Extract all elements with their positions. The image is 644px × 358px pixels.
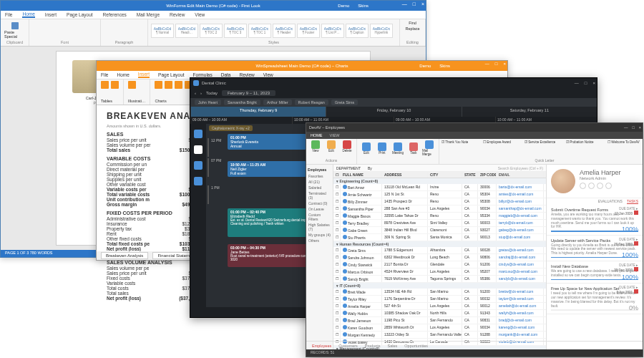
person-chip[interactable]: Greta Sims [331, 100, 358, 105]
task-card[interactable]: DUE DATE ▸30 Dec 2020Install New Databas… [547, 261, 643, 284]
nav-item[interactable]: Terminated (3) [308, 190, 331, 200]
nav-item[interactable]: On Leave [308, 206, 331, 212]
chart-icon[interactable] [155, 81, 162, 89]
pin-icon[interactable] [605, 183, 612, 189]
maximize-icon[interactable]: □ [413, 1, 416, 6]
demo-link[interactable]: Demo [419, 64, 431, 68]
tab-mailmerge[interactable]: Mail Merge [137, 12, 160, 17]
search-input[interactable]: Search Employees (Ctrl + F) [498, 166, 543, 170]
tab-file[interactable]: File [101, 72, 108, 77]
find-button[interactable]: Find [409, 21, 416, 25]
ribbon-probation-notice-button[interactable]: ☑ Probation Notice [566, 140, 606, 144]
close-icon[interactable]: × [639, 125, 641, 130]
nav-item[interactable]: My groups (4) [308, 232, 331, 238]
ribbon-meeting-button[interactable]: Meeting [391, 142, 405, 155]
tab-evaluations[interactable]: EVALUATIONS [598, 199, 623, 204]
table-row[interactable]: ☐Greta Sims1788 S EdgemontAlhambraCA9002… [333, 247, 546, 254]
table-row[interactable]: ☐Arnie Schwartz125 N 1st StRenoCA95304ar… [333, 191, 546, 198]
person-chip[interactable]: Arthur Miller [263, 100, 292, 105]
nav-item[interactable]: Salaried [308, 185, 331, 190]
close-icon[interactable]: × [421, 1, 424, 6]
tab-home[interactable]: Home [117, 72, 129, 77]
table-row[interactable]: ☐Samantha Piper288 San Ave #3Los Angeles… [333, 205, 546, 213]
style-preset[interactable]: AaBbCcDd¶ Normal [151, 24, 174, 38]
skins-link[interactable]: Skins [358, 4, 369, 8]
task-card[interactable]: DUE DATE ▸8 Apr 2021Free Up Space for Ne… [547, 284, 643, 314]
style-preset[interactable]: AaBbCcDdHeadi… [175, 24, 198, 38]
tab-view[interactable]: View [195, 12, 205, 17]
ribbon-new-button[interactable]: New [308, 140, 323, 153]
nav-item[interactable]: Favorites [308, 173, 331, 179]
group-row[interactable]: ▾ Human Resources (Count=4) [333, 241, 546, 247]
tab-home[interactable]: HOME [311, 133, 323, 137]
table-row[interactable]: ☐Sandy Bright7619 McKinney AveTagoma Spr… [333, 276, 546, 283]
style-preset[interactable]: AaBbCcDc¶ TOC 1 [248, 24, 271, 38]
ribbon-service-excellence-button[interactable]: ☑ Service Excellence [525, 140, 565, 144]
tab-sales[interactable]: Sales [388, 344, 398, 348]
crm-titlebar[interactable]: DevAV – Employees —□× [306, 123, 643, 132]
ribbon-task-button[interactable]: Task [406, 142, 421, 155]
table-row[interactable]: ☐Sandra Johnson6302 Westbrook DrLong Bea… [333, 254, 546, 261]
col-address[interactable]: ADDRESS [382, 172, 428, 178]
style-preset[interactable]: AaBbCcDc¶ TOC 3 [224, 24, 247, 38]
table-row[interactable]: ☐Karen Goodson2859 Whitworth DrLos Angel… [333, 324, 546, 332]
group-row[interactable]: ▾ Engineering (Count=8) [333, 178, 546, 184]
today-button[interactable]: Today [206, 91, 218, 95]
chart-icon[interactable] [175, 81, 182, 89]
minimize-icon[interactable]: — [485, 62, 489, 66]
data-grid[interactable]: DEPARTMENT By Search Employees (Ctrl + F… [333, 165, 546, 349]
tab-view[interactable]: View [263, 72, 273, 77]
mail-icon[interactable] [588, 183, 595, 189]
table-row[interactable]: ☐Maggie Baxos33595 Lake Tahoe DrRenoCA95… [333, 213, 546, 220]
close-icon[interactable]: × [503, 62, 506, 66]
tab-review[interactable]: Review [170, 12, 185, 17]
maximize-icon[interactable]: □ [632, 125, 634, 130]
people-icon[interactable] [194, 161, 203, 170]
ribbon-employee-award-button[interactable]: ☐ Employee Award [483, 140, 523, 144]
style-preset[interactable]: AaBbCcDc¶ Footer [297, 24, 320, 38]
ribbon-mail-merge-button[interactable]: Mail Merge [422, 140, 436, 156]
style-preset[interactable]: AaBbCcDc¶ Caption [346, 24, 369, 38]
scheduler-titlebar[interactable]: Dental Clinic —□× [190, 78, 597, 88]
by-label[interactable]: By [368, 166, 372, 170]
nav-item[interactable]: Custom Filters [308, 212, 331, 222]
tab-page-layout[interactable]: Page Layout [158, 72, 185, 77]
home-icon[interactable] [580, 183, 586, 189]
day-column[interactable]: Thursday, February 9 [190, 107, 326, 117]
tab-tasks[interactable]: TASKS [627, 199, 638, 204]
group-row[interactable]: ▾ IT (Count=8) [333, 283, 546, 289]
close-icon[interactable]: × [592, 81, 595, 85]
demo-link[interactable]: Demo [338, 4, 349, 8]
tab-employees[interactable]: Employees [312, 344, 331, 348]
minimize-icon[interactable]: — [624, 125, 628, 130]
next-icon[interactable]: › [200, 91, 202, 95]
tab-customers[interactable]: Customers [338, 344, 358, 348]
pivot-icon[interactable] [101, 81, 109, 89]
chart-icon[interactable] [194, 177, 203, 185]
style-preset[interactable]: AaBbCcDcHyperlink [370, 24, 393, 38]
day-column[interactable]: Friday, February 10 [326, 107, 461, 117]
table-row[interactable]: ☐Cindy Stanwick2117 Bonita DrGlendaleCA9… [333, 261, 546, 268]
tab-review[interactable]: Review [239, 72, 254, 77]
table-row[interactable]: ☐Stu Pharris309 N. Spring StSanta Monica… [333, 234, 546, 241]
table-row[interactable]: ☐Brad Jameson1198 Pico StSan FernandoCA9… [333, 317, 546, 324]
appointment[interactable]: 10:50 AM – 11:25 AMNeil ZiglerFull exam [228, 161, 306, 177]
nav-item[interactable]: All (21) [308, 179, 331, 185]
tab-opportunities[interactable]: Opportunities [404, 344, 428, 348]
table-row[interactable]: ☐Wally Hobbs10385 Shadow Oak DrNorth Hil… [333, 310, 546, 317]
table-row[interactable]: ☐Brett Wade13534 NE 4th RdSan MarinoCA91… [333, 289, 546, 296]
table-row[interactable]: ☐Gabe Green3848 Indian Hill BlvdClaremon… [333, 227, 546, 234]
table-row[interactable]: ☐Bart Arnaz13118 Old McLean RdIrvineCA30… [333, 184, 546, 191]
picture-icon[interactable] [128, 81, 136, 89]
ribbon-edit-button[interactable]: Edit [359, 142, 374, 155]
sheet-tab[interactable]: Breakeven Analysis [101, 252, 148, 259]
col-email[interactable]: EMAIL [497, 172, 544, 178]
column-headers[interactable]: ☐ FULL NAME ADDRESS CITY STATE ZIP CODE … [333, 172, 546, 178]
tab-insert[interactable]: Insert [138, 72, 150, 78]
style-preset[interactable]: AaBbCcDc¶ TOC 2 [200, 24, 223, 38]
ribbon-thank-you-note-button[interactable]: ☑ Thank You Note [441, 140, 482, 144]
tab-view[interactable]: VIEW [330, 133, 340, 137]
tab-page-layout[interactable]: Page Layout [67, 12, 93, 17]
skins-link[interactable]: Skins [439, 64, 450, 68]
task-card[interactable]: DUE DATE ▸12 Jan 2020Submit Overtime Req… [547, 205, 643, 236]
